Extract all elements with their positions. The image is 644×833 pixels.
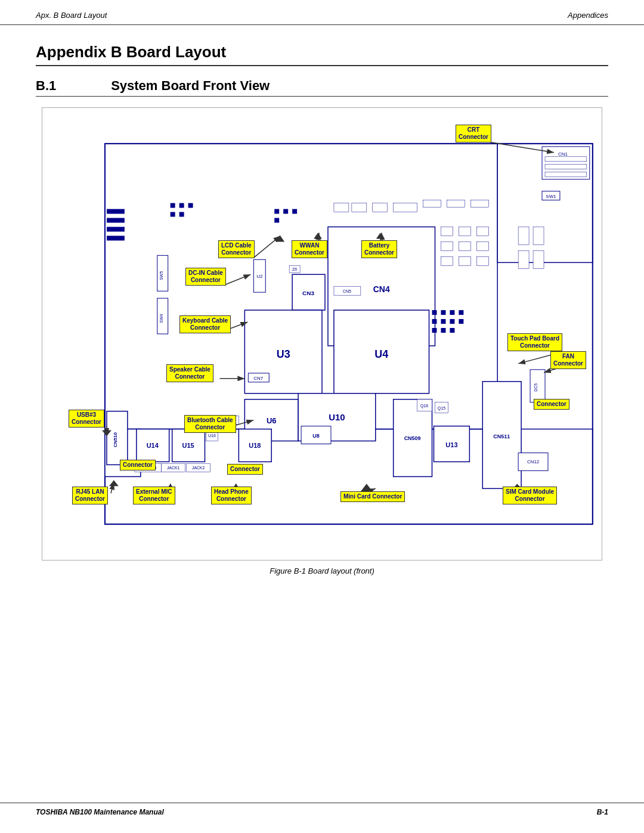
svg-rect-91 (179, 203, 184, 208)
section-title-text: System Board Front View (111, 78, 270, 93)
label-crt: CRTConnector (456, 125, 491, 143)
svg-rect-2 (497, 144, 593, 262)
svg-rect-77 (476, 227, 488, 236)
label-lcd: LCD CableConnector (218, 240, 255, 258)
svg-rect-36 (482, 382, 521, 489)
svg-text:U2: U2 (256, 274, 263, 279)
svg-rect-97 (292, 209, 297, 214)
svg-text:U15: U15 (182, 442, 194, 449)
svg-text:CN510: CN510 (113, 432, 118, 447)
svg-rect-104 (441, 319, 445, 324)
svg-rect-72 (423, 200, 441, 208)
svg-line-125 (111, 482, 114, 493)
svg-rect-89 (533, 250, 544, 268)
svg-rect-3 (105, 429, 593, 525)
svg-text:CN511: CN511 (493, 433, 510, 439)
svg-rect-107 (432, 328, 437, 333)
svg-line-115 (253, 236, 280, 258)
svg-rect-88 (518, 250, 529, 268)
svg-rect-108 (441, 328, 445, 333)
svg-text:U6: U6 (267, 416, 277, 425)
appendix-title: Appendix B Board Layout (36, 43, 608, 66)
svg-text:U3: U3 (277, 348, 290, 360)
svg-rect-68 (334, 203, 349, 212)
svg-rect-112 (107, 227, 125, 231)
svg-text:SW4: SW4 (159, 314, 163, 323)
svg-rect-96 (283, 209, 288, 214)
figure-caption: Figure B-1 Board layout (front) (36, 566, 608, 575)
svg-rect-9 (545, 172, 587, 177)
svg-text:SW5: SW5 (159, 271, 163, 280)
svg-rect-75 (441, 227, 453, 236)
label-usb3: USB#3Connector (69, 410, 104, 428)
svg-rect-54 (157, 255, 168, 291)
svg-rect-26 (137, 429, 169, 462)
svg-rect-12 (292, 274, 325, 310)
svg-rect-111 (107, 218, 125, 223)
svg-rect-73 (447, 200, 465, 208)
svg-marker-132 (361, 484, 373, 491)
svg-rect-83 (476, 256, 488, 265)
svg-text:U8: U8 (312, 433, 319, 439)
header-left: Apx. B Board Layout (36, 11, 107, 20)
label-wwan: WWANConnector (292, 240, 327, 258)
svg-text:U4: U4 (374, 348, 388, 360)
header-right: Appendices (568, 11, 608, 20)
svg-text:U10: U10 (329, 412, 345, 422)
label-simcard: SIM Card ModuleConnector (503, 487, 557, 504)
svg-text:CN4: CN4 (373, 284, 390, 294)
svg-rect-5 (542, 147, 590, 179)
svg-rect-42 (334, 286, 361, 295)
svg-rect-34 (394, 400, 432, 477)
svg-text:JACK1: JACK1 (167, 466, 180, 470)
label-connector-left: Connector (120, 460, 156, 470)
svg-text:CN3: CN3 (302, 290, 314, 296)
svg-marker-138 (276, 236, 284, 241)
svg-rect-50 (417, 400, 432, 411)
svg-text:CN509: CN509 (404, 435, 421, 441)
svg-rect-113 (107, 236, 125, 240)
svg-text:Z6: Z6 (292, 267, 297, 271)
svg-rect-99 (432, 310, 437, 315)
svg-rect-64 (187, 463, 210, 472)
svg-rect-28 (172, 429, 205, 462)
svg-text:U14: U14 (147, 442, 159, 449)
svg-rect-95 (274, 209, 279, 214)
svg-text:CN5: CN5 (343, 289, 351, 293)
svg-rect-84 (530, 370, 545, 402)
label-bluetooth: Bluetooth CableConnector (184, 415, 236, 433)
svg-rect-22 (298, 394, 376, 441)
svg-rect-87 (533, 227, 544, 244)
svg-rect-94 (179, 212, 184, 217)
svg-text:U13: U13 (445, 441, 457, 448)
label-connector-mid: Connector (227, 464, 263, 475)
svg-rect-74 (470, 200, 488, 208)
page-content: Appendix B Board Layout B.1 System Board… (0, 25, 644, 599)
svg-rect-78 (441, 241, 453, 250)
label-rj45: RJ45 LANConnector (72, 487, 108, 504)
svg-rect-30 (239, 429, 271, 462)
label-speaker: Speaker CableConnector (166, 364, 213, 382)
label-touchpad: Touch Pad BoardConnector (507, 333, 562, 351)
label-fan: FANConnector (550, 351, 586, 369)
svg-text:CN12: CN12 (527, 459, 540, 465)
svg-rect-10 (542, 191, 560, 200)
section-title: B.1 System Board Front View (36, 78, 608, 97)
page-footer: TOSHIBA NB100 Maintenance Manual B-1 (0, 803, 644, 821)
label-dcin: DC-IN CableConnector (185, 268, 226, 286)
svg-marker-140 (376, 233, 385, 239)
svg-line-118 (224, 274, 250, 285)
svg-rect-7 (545, 157, 587, 162)
svg-rect-90 (171, 203, 175, 208)
footer-right: B-1 (597, 808, 608, 816)
svg-rect-69 (352, 203, 367, 212)
svg-rect-82 (459, 256, 470, 265)
svg-rect-81 (441, 256, 453, 265)
svg-text:Q16: Q16 (420, 404, 428, 408)
svg-rect-20 (244, 400, 298, 441)
svg-rect-52 (435, 402, 448, 413)
svg-rect-109 (450, 328, 454, 333)
svg-rect-79 (459, 241, 470, 250)
svg-rect-8 (545, 165, 587, 169)
label-keyboard: Keyboard CableConnector (179, 315, 231, 333)
